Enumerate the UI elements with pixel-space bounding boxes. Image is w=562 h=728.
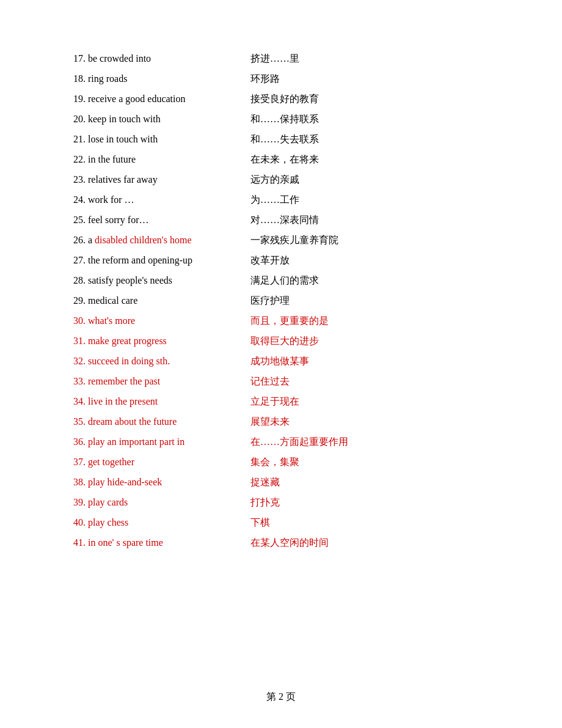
chinese-text: 挤进……里 <box>232 53 489 65</box>
chinese-text: 和……失去联系 <box>232 133 489 146</box>
english-text: 25. feel sorry for… <box>73 215 232 226</box>
list-item: 40. play chess下棋 <box>73 513 489 533</box>
english-text: 41. in one' s spare time <box>73 537 232 548</box>
list-item: 29. medical care医疗护理 <box>73 291 489 311</box>
list-item: 38. play hide-and-seek捉迷藏 <box>73 472 489 493</box>
list-item: 20. keep in touch with和……保持联系 <box>73 109 489 130</box>
list-item: 23. relatives far away远方的亲戚 <box>73 170 489 190</box>
list-item: 24. work for …为……工作 <box>73 190 489 210</box>
chinese-text: 记住过去 <box>232 375 489 388</box>
chinese-text: 接受良好的教育 <box>232 93 489 106</box>
list-item: 39. play cards打扑克 <box>73 493 489 513</box>
chinese-text: 为……工作 <box>232 194 489 207</box>
english-text: 37. get together <box>73 457 232 468</box>
list-item: 28. satisfy people's needs满足人们的需求 <box>73 271 489 291</box>
list-item: 33. remember the past记住过去 <box>73 372 489 392</box>
english-text: 26. a disabled children's home <box>73 235 232 246</box>
chinese-text: 改革开放 <box>232 254 489 267</box>
chinese-text: 对……深表同情 <box>232 214 489 227</box>
list-item: 22. in the future在未来，在将来 <box>73 150 489 170</box>
list-item: 17. be crowded into挤进……里 <box>73 49 489 69</box>
english-text: 36. play an important part in <box>73 436 232 447</box>
english-text: 35. dream about the future <box>73 416 232 427</box>
english-text: 28. satisfy people's needs <box>73 275 232 286</box>
chinese-text: 在……方面起重要作用 <box>232 436 489 449</box>
list-item: 35. dream about the future展望未来 <box>73 412 489 432</box>
list-item: 34. live in the present立足于现在 <box>73 392 489 412</box>
list-item: 41. in one' s spare time在某人空闲的时间 <box>73 533 489 553</box>
list-item: 37. get together集会，集聚 <box>73 452 489 472</box>
page-footer: 第 2 页 <box>266 672 296 728</box>
english-text: 19. receive a good education <box>73 94 232 105</box>
list-item: 19. receive a good education接受良好的教育 <box>73 89 489 109</box>
chinese-text: 集会，集聚 <box>232 456 489 469</box>
chinese-text: 取得巨大的进步 <box>232 335 489 348</box>
english-text: 34. live in the present <box>73 396 232 407</box>
list-item: 36. play an important part in在……方面起重要作用 <box>73 432 489 452</box>
list-item: 31. make great progress取得巨大的进步 <box>73 331 489 351</box>
chinese-text: 和……保持联系 <box>232 113 489 126</box>
english-text: 33. remember the past <box>73 376 232 387</box>
chinese-text: 在未来，在将来 <box>232 153 489 166</box>
english-text: 17. be crowded into <box>73 53 232 64</box>
english-text: 21. lose in touch with <box>73 134 232 145</box>
list-item: 30. what's more而且，更重要的是 <box>73 311 489 331</box>
english-text: 18. ring roads <box>73 73 232 84</box>
english-text: 20. keep in touch with <box>73 114 232 125</box>
chinese-text: 而且，更重要的是 <box>232 315 489 328</box>
english-text: 39. play cards <box>73 497 232 508</box>
chinese-text: 下棋 <box>232 517 489 529</box>
chinese-text: 医疗护理 <box>232 295 489 307</box>
list-item: 25. feel sorry for…对……深表同情 <box>73 210 489 230</box>
english-text: 27. the reform and opening-up <box>73 255 232 266</box>
english-text: 24. work for … <box>73 194 232 205</box>
chinese-text: 环形路 <box>232 73 489 86</box>
english-text: 29. medical care <box>73 295 232 306</box>
english-text: 38. play hide-and-seek <box>73 477 232 488</box>
english-text: 30. what's more <box>73 315 232 326</box>
vocab-list: 17. be crowded into挤进……里18. ring roads环形… <box>73 49 489 553</box>
english-text: 32. succeed in doing sth. <box>73 356 232 367</box>
english-text: 40. play chess <box>73 517 232 528</box>
list-item: 27. the reform and opening-up改革开放 <box>73 251 489 271</box>
list-item: 26. a disabled children's home一家残疾儿童养育院 <box>73 230 489 251</box>
chinese-text: 远方的亲戚 <box>232 174 489 186</box>
chinese-text: 打扑克 <box>232 496 489 509</box>
english-text: 23. relatives far away <box>73 174 232 185</box>
page-content: 17. be crowded into挤进……里18. ring roads环形… <box>73 0 489 672</box>
chinese-text: 满足人们的需求 <box>232 274 489 287</box>
english-text: 31. make great progress <box>73 336 232 347</box>
chinese-text: 在某人空闲的时间 <box>232 537 489 550</box>
chinese-text: 展望未来 <box>232 416 489 428</box>
chinese-text: 立足于现在 <box>232 395 489 408</box>
list-item: 32. succeed in doing sth.成功地做某事 <box>73 351 489 372</box>
chinese-text: 成功地做某事 <box>232 355 489 368</box>
chinese-text: 捉迷藏 <box>232 476 489 489</box>
list-item: 18. ring roads环形路 <box>73 69 489 89</box>
list-item: 21. lose in touch with和……失去联系 <box>73 130 489 150</box>
chinese-text: 一家残疾儿童养育院 <box>232 234 489 247</box>
english-text: 22. in the future <box>73 154 232 165</box>
